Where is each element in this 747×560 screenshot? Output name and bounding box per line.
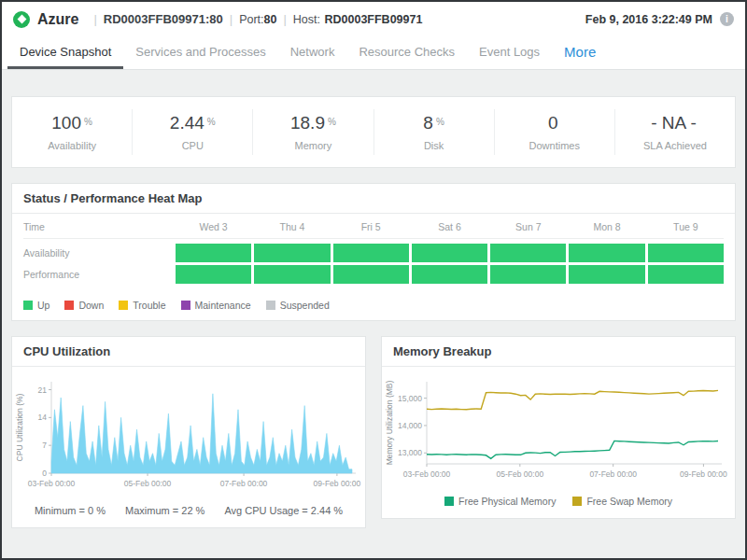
heatmap-cell[interactable] [176,244,251,262]
heatmap-day-header: Mon 8 [569,216,644,238]
legend-item-maintenance: Maintenance [181,300,251,311]
top-bar: Azure | RD0003FFB09971:80 | Port:80 | Ho… [2,2,745,36]
stat-memory: 18.9% Memory [252,109,373,155]
heatmap-cell[interactable] [569,244,644,262]
separator: | [93,12,96,26]
stat-disk: 8% Disk [374,109,494,155]
cpu-average: Avg CPU Usage = 2.44 % [224,505,343,516]
heatmap-cell[interactable] [254,244,330,262]
svg-text:14: 14 [38,413,48,422]
heatmap-row-label: Availability [23,247,173,259]
host-value: RD0003FFB09971 [324,13,422,26]
device-status-icon [13,11,30,28]
cpu-minimum: Minimum = 0 % [35,505,106,516]
stat-label: CPU [133,140,252,151]
heatmap-cell[interactable] [254,265,330,284]
svg-text:09-Feb 00:00: 09-Feb 00:00 [680,469,727,479]
legend-item-free-swap-memory[interactable]: Free Swap Memory [572,496,672,507]
tab-network[interactable]: Network [278,36,347,69]
stat-label: Disk [374,140,494,151]
stat-sla-achieved: - NA - SLA Achieved [614,109,735,155]
stat-value: 100% [12,113,132,133]
heatmap-cell[interactable] [490,265,566,284]
tab-services-and-processes[interactable]: Services and Processes [123,36,277,69]
heatmap-cell[interactable] [490,244,566,262]
heatmap-day-header: Fri 5 [333,216,409,238]
heatmap-row-performance: Performance [23,265,724,284]
stat-value: 0 [495,113,614,133]
heatmap-day-header: Thu 4 [254,216,330,238]
port-label: Port: [239,13,263,26]
tab-device-snapshot[interactable]: Device Snapshot [7,36,123,69]
heatmap-day-header: Wed 3 [176,216,251,238]
svg-text:07-Feb 00:00: 07-Feb 00:00 [220,479,268,488]
memory-breakup-chart[interactable]: 13,00014,00015,00003-Feb 00:0005-Feb 00:… [384,374,727,486]
memory-breakup-card: Memory Breakup 13,00014,00015,00003-Feb … [381,336,736,519]
memory-chart-title: Memory Breakup [382,337,735,367]
heatmap-legend: Up Down Trouble Maintenance Suspended [12,294,735,320]
stat-downtimes: 0 Downtimes [494,109,614,155]
separator: | [283,12,286,26]
svg-text:13,000: 13,000 [398,448,422,457]
svg-text:09-Feb 00:00: 09-Feb 00:00 [314,479,361,488]
stat-value: 18.9% [253,113,373,133]
legend-swatch [64,301,74,310]
cpu-utilization-chart[interactable]: 07142103-Feb 00:0005-Feb 00:0007-Feb 00:… [14,374,361,496]
device-address: RD0003FFB09971:80 [104,12,223,26]
cpu-chart-wrap: 07142103-Feb 00:0005-Feb 00:0007-Feb 00:… [12,367,365,501]
info-icon[interactable]: i [720,12,734,26]
tab-more[interactable]: More [552,36,608,69]
svg-text:Memory Utilization (MB): Memory Utilization (MB) [385,380,394,465]
heatmap-day-header: Sun 7 [490,216,566,238]
legend-item-trouble: Trouble [119,300,165,311]
legend-swatch [181,301,190,310]
heatmap-title: Status / Performance Heat Map [12,184,735,214]
tab-event-logs[interactable]: Event Logs [467,36,552,69]
heatmap-cell[interactable] [412,244,487,262]
legend-item-up: Up [23,300,49,311]
cpu-utilization-card: CPU Utilization 07142103-Feb 00:0005-Feb… [11,336,366,528]
heatmap-cell[interactable] [648,265,724,284]
legend-swatch [266,301,275,310]
heatmap-cell[interactable] [412,265,487,284]
svg-text:03-Feb 00:00: 03-Feb 00:00 [403,469,451,479]
heatmap-header-row: Time Wed 3 Thu 4 Fri 5 Sat 6 Sun 7 Mon 8… [23,216,724,239]
page-body: 100% Availability 2.44% CPU 18.9% Memory… [2,70,745,528]
stat-availability: 100% Availability [12,109,132,155]
heatmap-day-header: Tue 9 [648,216,724,238]
host-label: Host: [293,13,320,26]
svg-text:14,000: 14,000 [398,421,422,430]
svg-text:07-Feb 00:00: 07-Feb 00:00 [589,469,637,479]
svg-text:7: 7 [42,441,47,450]
svg-text:05-Feb 00:00: 05-Feb 00:00 [124,479,172,488]
svg-text:21: 21 [38,385,48,395]
heatmap-cell[interactable] [176,265,251,284]
svg-text:15,000: 15,000 [398,394,422,403]
svg-text:0: 0 [42,469,47,478]
cpu-summary: Minimum = 0 % Maximum = 22 % Avg CPU Usa… [12,501,365,527]
device-name: Azure [37,11,78,28]
legend-item-down: Down [64,300,104,311]
stat-cpu: 2.44% CPU [132,109,252,155]
heatmap-row-label: Performance [23,269,173,280]
legend-swatch [23,301,33,310]
heatmap-cell[interactable] [648,244,724,262]
heatmap-card: Status / Performance Heat Map Time Wed 3… [11,183,736,321]
stat-label: Downtimes [495,140,614,151]
stat-value: - NA - [615,113,735,133]
heatmap-time-header: Time [23,216,173,238]
svg-text:03-Feb 00:00: 03-Feb 00:00 [28,479,76,488]
heatmap-cell[interactable] [333,265,409,284]
tab-resource-checks[interactable]: Resource Checks [346,36,467,69]
legend-swatch [119,301,128,310]
legend-swatch [444,497,454,506]
separator: | [230,12,233,26]
stat-label: Memory [253,140,373,151]
cpu-chart-title: CPU Utilization [12,337,365,367]
port-value: 80 [264,13,277,26]
legend-item-suspended: Suspended [266,300,330,311]
heatmap-cell[interactable] [569,265,644,284]
stat-value: 8% [374,113,494,133]
legend-item-free-physical-memory[interactable]: Free Physical Memory [444,496,556,507]
heatmap-cell[interactable] [333,244,409,262]
